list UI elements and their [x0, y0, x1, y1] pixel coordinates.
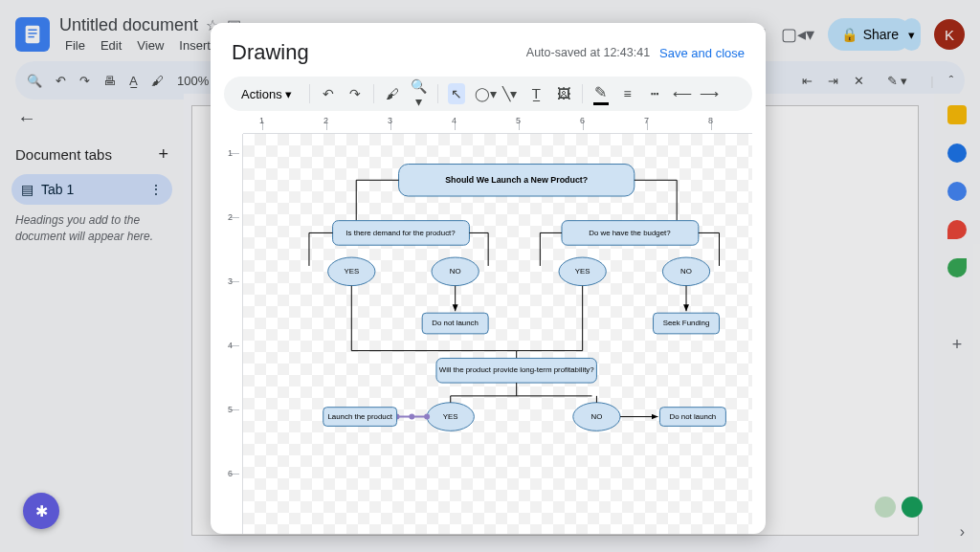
- zoom-tool-icon[interactable]: 🔍▾: [411, 78, 428, 109]
- save-and-close-button[interactable]: Save and close: [659, 46, 745, 60]
- dialog-title: Drawing: [232, 40, 309, 65]
- svg-text:Is there demand for the produc: Is there demand for the product?: [345, 229, 456, 237]
- horizontal-ruler: 12345678: [243, 117, 752, 134]
- line-tool-icon[interactable]: ╲▾: [501, 86, 519, 101]
- line-start-icon[interactable]: ⟵: [673, 86, 690, 101]
- node-title-text: Should We Launch a New Product?: [445, 175, 588, 185]
- drawing-canvas-container: 12345678 123456 Should We Launch a New P…: [224, 117, 752, 534]
- line-color-icon[interactable]: ✎: [592, 83, 610, 105]
- drawing-dialog: Drawing Auto-saved at 12:43:41 Save and …: [211, 23, 766, 534]
- svg-text:Will the product provide long-: Will the product provide long-term profi…: [439, 365, 595, 374]
- svg-text:Do not launch: Do not launch: [670, 412, 717, 421]
- image-tool-icon[interactable]: 🖼: [555, 86, 572, 101]
- svg-point-16: [409, 414, 414, 420]
- redo-icon[interactable]: ↷: [346, 86, 364, 101]
- autosave-status: Auto-saved at 12:43:41: [526, 46, 650, 59]
- shape-tool-icon[interactable]: ◯▾: [475, 86, 492, 101]
- svg-text:Do we have the budget?: Do we have the budget?: [589, 229, 671, 237]
- svg-text:YES: YES: [443, 412, 458, 421]
- svg-text:Do not launch: Do not launch: [432, 319, 479, 327]
- ai-fab[interactable]: ✱: [23, 493, 59, 529]
- text-box-icon[interactable]: T̲: [528, 86, 546, 101]
- svg-point-15: [424, 414, 430, 420]
- svg-text:NO: NO: [680, 267, 692, 276]
- line-end-icon[interactable]: ⟶: [700, 86, 717, 101]
- svg-text:Launch the product: Launch the product: [327, 412, 392, 421]
- paint-format-icon[interactable]: 🖌: [384, 86, 401, 101]
- select-tool-icon[interactable]: ↖: [448, 83, 465, 104]
- svg-text:YES: YES: [344, 267, 359, 276]
- undo-icon[interactable]: ↶: [320, 86, 337, 101]
- vertical-ruler: 123456: [224, 134, 243, 534]
- line-weight-icon[interactable]: ≡: [619, 86, 636, 101]
- svg-text:YES: YES: [575, 267, 590, 276]
- line-dash-icon[interactable]: ┅: [646, 86, 663, 101]
- actions-dropdown[interactable]: Actions▾: [234, 83, 300, 105]
- svg-text:Seek Funding: Seek Funding: [663, 319, 710, 327]
- flowchart: Should We Launch a New Product? Is there…: [243, 134, 752, 530]
- svg-text:NO: NO: [591, 412, 603, 421]
- drawing-toolbar: Actions▾ ↶ ↷ 🖌 🔍▾ ↖ ◯▾ ╲▾ T̲ 🖼 ✎ ≡ ┅ ⟵ ⟶: [224, 77, 752, 111]
- drawing-canvas[interactable]: Should We Launch a New Product? Is there…: [243, 134, 752, 534]
- svg-text:NO: NO: [450, 267, 461, 276]
